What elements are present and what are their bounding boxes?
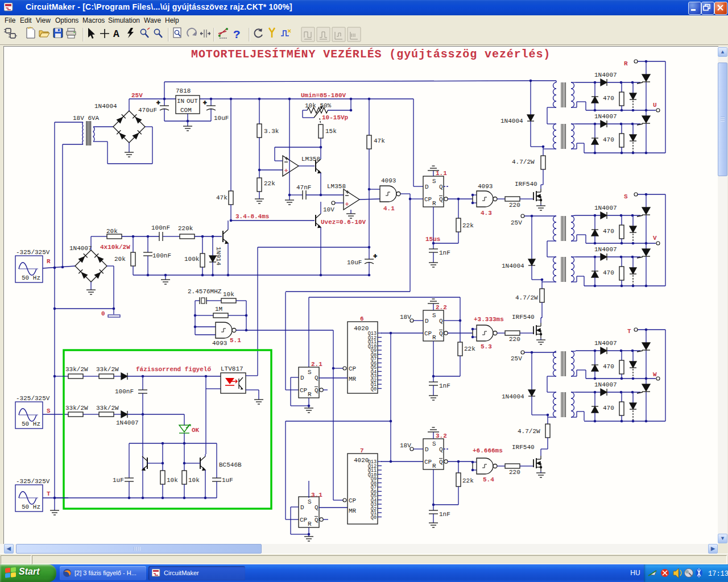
svg-text:22k: 22k (264, 180, 275, 187)
svg-text:1N4004: 1N4004 (94, 103, 117, 110)
svg-text:IRF540: IRF540 (512, 444, 535, 451)
svg-text:-325/325V: -325/325V (16, 249, 50, 256)
svg-text:MOTORTELJESÍTMÉNY VEZÉRLÉS (gy: MOTORTELJESÍTMÉNY VEZÉRLÉS (gyújtásszög … (191, 48, 551, 61)
svg-text:1N914: 1N914 (215, 247, 222, 265)
svg-text:5.3: 5.3 (481, 343, 492, 350)
svg-text:50 Hz: 50 Hz (22, 275, 40, 281)
svg-text:10V: 10V (323, 206, 334, 213)
svg-text:100nF: 100nF (115, 388, 134, 395)
svg-text:47k: 47k (216, 194, 228, 201)
svg-text:3.3k: 3.3k (264, 128, 279, 135)
svg-text:33k/2W: 33k/2W (96, 405, 119, 411)
svg-text:CP: CP (349, 365, 357, 372)
svg-text:1N4004: 1N4004 (502, 263, 524, 269)
svg-text:47nF: 47nF (296, 184, 311, 191)
svg-text:33k/2W: 33k/2W (96, 366, 119, 373)
svg-text:1.1: 1.1 (436, 170, 447, 177)
svg-text:U: U (653, 102, 657, 109)
svg-text:220: 220 (509, 469, 520, 476)
svg-text:18V 6VA: 18V 6VA (73, 115, 100, 122)
svg-text:4.7/2W: 4.7/2W (515, 294, 538, 301)
svg-text:22k: 22k (462, 222, 474, 229)
svg-text:4093: 4093 (478, 183, 493, 190)
svg-text:IRF540: IRF540 (512, 314, 535, 321)
svg-text:100nF: 100nF (152, 252, 171, 259)
svg-text:LM358: LM358 (301, 156, 320, 163)
svg-text:S: S (47, 408, 51, 414)
svg-text:10-15Vp: 10-15Vp (322, 114, 349, 121)
svg-text:CP: CP (349, 497, 357, 504)
svg-text:50 Hz: 50 Hz (22, 504, 40, 510)
svg-text:33k/2W: 33k/2W (65, 366, 88, 373)
svg-text:4.7/2W: 4.7/2W (512, 159, 535, 165)
svg-text:18V: 18V (400, 314, 411, 321)
svg-text:Q0: Q0 (371, 515, 377, 521)
svg-text:+6.666ms: +6.666ms (473, 447, 503, 454)
svg-text:W: W (653, 371, 657, 378)
svg-text:25V: 25V (511, 355, 522, 362)
svg-text:5.1: 5.1 (230, 337, 241, 344)
svg-text:18V: 18V (400, 442, 411, 449)
svg-text:20k: 20k (106, 228, 118, 235)
svg-text:T: T (627, 328, 631, 335)
svg-text:50 Hz: 50 Hz (22, 421, 40, 427)
svg-text:+3.333ms: +3.333ms (474, 316, 504, 323)
svg-text:Umin=85-180V: Umin=85-180V (301, 92, 346, 99)
svg-text:4.1: 4.1 (383, 205, 395, 212)
svg-text:OK: OK (192, 427, 200, 434)
svg-text:3.2: 3.2 (436, 433, 447, 439)
svg-text:2.2: 2.2 (436, 304, 447, 311)
svg-text:?: ? (233, 28, 241, 41)
svg-text:COM: COM (180, 107, 192, 114)
svg-text:1uF: 1uF (222, 477, 233, 484)
svg-text:10uF: 10uF (347, 259, 362, 266)
svg-text:4020: 4020 (354, 457, 369, 464)
svg-text:1N4007: 1N4007 (116, 419, 139, 426)
svg-text:LTV817: LTV817 (221, 365, 243, 372)
svg-text:5.4: 5.4 (483, 476, 494, 483)
svg-text:22k: 22k (462, 477, 474, 484)
svg-text:R: R (624, 60, 628, 67)
svg-text:T: T (47, 490, 51, 497)
svg-text:MR: MR (349, 376, 357, 383)
svg-text:25V: 25V (131, 92, 143, 99)
svg-text:100nF: 100nF (151, 225, 170, 231)
svg-text:Uvez=0.6-10V: Uvez=0.6-10V (321, 219, 366, 226)
svg-text:220: 220 (509, 202, 520, 209)
svg-text:20k: 20k (114, 256, 126, 263)
svg-text:25V: 25V (511, 219, 522, 226)
svg-text:IN: IN (177, 98, 184, 105)
svg-text:1N4007: 1N4007 (69, 245, 92, 252)
svg-text:15k: 15k (325, 128, 337, 135)
svg-text:100k: 100k (184, 256, 200, 263)
svg-text:IRF540: IRF540 (515, 181, 537, 188)
svg-text:S: S (624, 193, 628, 200)
svg-text:22k: 22k (464, 346, 475, 352)
svg-text:220: 220 (509, 336, 520, 343)
svg-text:10uF: 10uF (214, 115, 229, 122)
svg-text:A: A (113, 28, 119, 40)
svg-text:470uF: 470uF (138, 107, 157, 114)
svg-text:4020: 4020 (354, 325, 369, 332)
svg-text:17:13: 17:13 (708, 570, 728, 578)
svg-text:1M: 1M (215, 306, 222, 313)
svg-text:10k: 10k (188, 477, 200, 484)
svg-text:1nF: 1nF (439, 511, 450, 518)
svg-text:LM358: LM358 (327, 183, 346, 190)
svg-text:4x10k/2W: 4x10k/2W (100, 244, 130, 251)
svg-text:OUT: OUT (187, 98, 198, 105)
svg-text:4.7/2W: 4.7/2W (518, 428, 540, 435)
svg-text:7818: 7818 (176, 88, 191, 94)
svg-text:33k/2W: 33k/2W (65, 405, 88, 411)
svg-text:2.1: 2.1 (311, 361, 322, 368)
svg-text:-325/325V: -325/325V (16, 478, 50, 485)
svg-text:10k: 10k (223, 291, 234, 298)
svg-text:4093: 4093 (381, 177, 396, 184)
svg-text:220k: 220k (178, 225, 193, 232)
svg-text:1nF: 1nF (439, 383, 450, 389)
svg-text:4.3: 4.3 (481, 210, 492, 217)
svg-text:0: 0 (101, 310, 105, 317)
svg-text:4093: 4093 (212, 340, 227, 347)
svg-text:1N4004: 1N4004 (500, 118, 523, 124)
svg-text:1uF: 1uF (113, 477, 124, 484)
